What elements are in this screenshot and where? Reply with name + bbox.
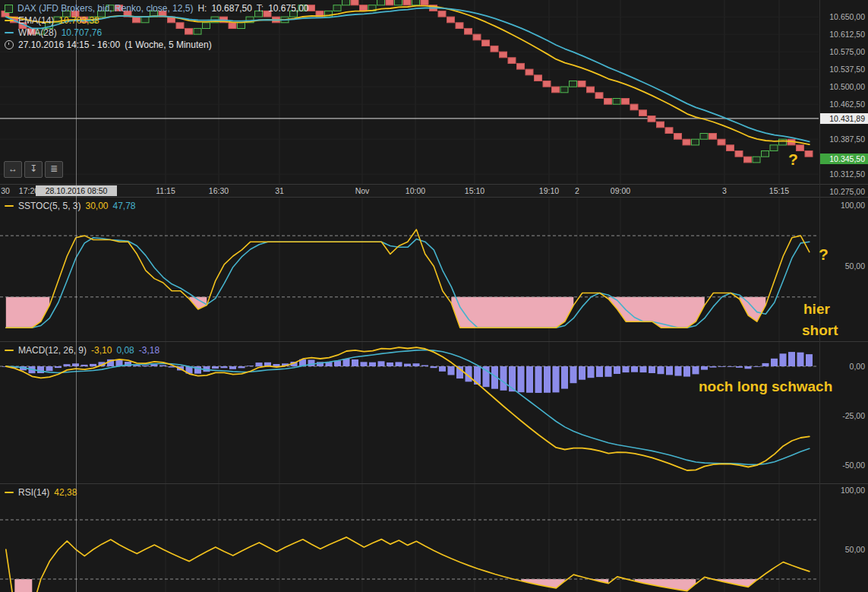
renko-brick-down [403, 0, 411, 5]
renko-brick-up [377, 0, 385, 5]
macd-panel[interactable] [0, 342, 819, 483]
macd-histogram-bar [614, 366, 620, 374]
annotation-text[interactable]: noch long schwach [699, 378, 832, 395]
time-tick-label: 16:30 [197, 185, 240, 197]
macd-histogram-bar [788, 352, 795, 366]
axis-tick-label: 100,00 [820, 200, 868, 211]
renko-brick-down [587, 87, 595, 93]
renko-brick-down [543, 81, 551, 87]
time-tick-label: 31 [258, 185, 301, 197]
rsi-value: 42,38 [54, 486, 77, 499]
stochastic-d-value: 47,78 [113, 200, 136, 212]
renko-brick-down [674, 134, 682, 140]
macd-histogram-bar [526, 366, 533, 393]
macd-histogram-bar [658, 366, 664, 374]
instrument-icon [5, 5, 13, 13]
wma-line-icon [5, 32, 14, 33]
macd-histogram-bar [780, 353, 787, 366]
low-label: T: [257, 2, 264, 14]
panel-separator [0, 197, 868, 198]
renko-brick-down [500, 52, 507, 58]
macd-label: MACD(12, 26, 9) [18, 344, 87, 356]
macd-histogram-bar [640, 366, 647, 372]
renko-brick-down [421, 0, 428, 5]
axis-tick-label: 10.650,00 [820, 11, 868, 22]
annotation-text[interactable]: ? [788, 150, 798, 169]
axis-tick-label: 10.387,50 [820, 134, 868, 144]
annotation-text[interactable]: ? [819, 245, 829, 264]
time-tick-label: 15:10 [453, 185, 496, 197]
macd-histogram-bar [404, 364, 411, 366]
macd-histogram-bar [579, 366, 586, 380]
macd-histogram-bar [605, 366, 612, 377]
axis-tick-label: 10.575,00 [820, 46, 868, 57]
macd-histogram-bar [553, 366, 560, 392]
scroll-horizontal-button[interactable]: ↔ [4, 161, 22, 178]
renko-brick-up [570, 81, 577, 87]
renko-brick-up [560, 87, 568, 93]
stochastic-k-value: 30,00 [85, 200, 108, 212]
macd-histogram-bar [142, 366, 149, 366]
renko-brick-down [630, 104, 638, 110]
macd-histogram-bar [448, 366, 455, 375]
axis-tick-label: 0,00 [820, 361, 868, 372]
renko-brick-down [552, 87, 560, 93]
renko-brick-down [718, 139, 725, 145]
stochastic-label: SSTOC(5, 5, 3) [18, 200, 80, 212]
renko-brick-down [709, 134, 717, 140]
time-tick-label: 3 [703, 185, 746, 197]
chart-toolbar: ↔ ↧ ≣ [4, 161, 63, 178]
rsi-legend: RSI(14) 42,38 [5, 486, 77, 499]
instrument-title: DAX (JFD Brokers, bid, Renko, close, 12,… [17, 2, 193, 14]
ema-label: EMA(14) [18, 14, 54, 27]
macd-histogram-bar [762, 363, 769, 366]
macd-histogram-bar [431, 366, 437, 368]
last-price-box: 10.345,50 [820, 154, 868, 164]
reference-price-box: 10.431,89 [820, 113, 868, 124]
macd-histogram-bar [693, 366, 699, 374]
stochastic-panel[interactable] [0, 198, 819, 341]
time-tick-label: 09:00 [599, 185, 642, 197]
renko-brick-up [762, 151, 769, 157]
price-axis[interactable]: 10.650,0010.612,5010.575,0010.537,5010.5… [820, 0, 868, 592]
axis-tick-label: 100,00 [820, 485, 868, 495]
renko-brick-down [665, 128, 673, 134]
macd-histogram-bar [500, 366, 507, 391]
renko-brick-down [595, 93, 603, 99]
axis-tick-label: 10.462,50 [820, 99, 868, 109]
annotation-text[interactable]: hier [803, 301, 830, 318]
renko-brick-down [622, 99, 630, 105]
high-value: 10.687,50 [211, 2, 251, 14]
macd-histogram-bar [221, 366, 228, 368]
rsi-panel[interactable] [0, 484, 819, 592]
axis-tick-label: -50,00 [820, 460, 868, 470]
time-axis[interactable]: 3017:2011:1516:3031Nov10:0015:1019:10209… [0, 185, 819, 197]
stochastic-legend: SSTOC(5, 5, 3) 30,00 47,78 [5, 200, 136, 212]
macd-histogram-bar [736, 366, 743, 368]
panel-separator [0, 483, 868, 484]
macd-histogram-bar [649, 366, 655, 373]
snap-to-price-button[interactable]: ↧ [24, 161, 43, 178]
macd-histogram-bar [352, 359, 358, 366]
macd-histogram-bar [361, 362, 368, 366]
macd-histogram-bar [421, 366, 428, 367]
macd-histogram-bar [55, 366, 62, 368]
macd-histogram-bar [518, 366, 525, 392]
axis-tick-label: 50,00 [820, 544, 868, 555]
renko-brick-down [578, 81, 586, 87]
chart-timeframe: (1 Woche, 5 Minuten) [125, 39, 212, 51]
axis-tick-label: 10.312,50 [820, 169, 868, 179]
macd-histogram-bar [238, 366, 245, 368]
macd-histogram-bar [666, 366, 673, 375]
renko-brick-up [692, 139, 699, 145]
macd-histogram-bar [229, 366, 236, 369]
panel-macd-canvas [0, 342, 819, 483]
annotation-text[interactable]: short [802, 322, 838, 339]
macd-histogram-bar [159, 366, 166, 367]
macd-histogram-bar [675, 366, 682, 376]
auto-scale-button[interactable]: ≣ [45, 161, 63, 178]
time-tick-label: 11:15 [144, 185, 187, 197]
macd-histogram-bar [90, 364, 96, 366]
macd-line-icon [5, 350, 14, 351]
renko-brick-down [526, 69, 533, 75]
